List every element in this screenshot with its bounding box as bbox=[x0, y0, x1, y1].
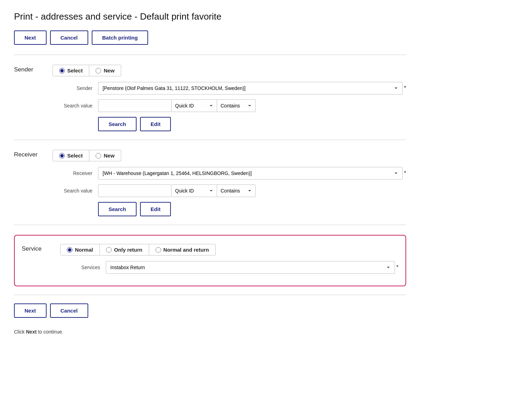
hint-prefix: Click bbox=[14, 329, 26, 335]
receiver-field-label: Receiver bbox=[53, 170, 98, 176]
sender-field-row: Sender [Penstore (Olof Palmes Gata 31, 1… bbox=[53, 82, 406, 94]
next-button-bottom[interactable]: Next bbox=[14, 303, 47, 318]
receiver-search-input[interactable] bbox=[98, 184, 172, 197]
sender-new-label: New bbox=[104, 68, 114, 74]
sender-field-label: Sender bbox=[53, 85, 98, 91]
batch-printing-button[interactable]: Batch printing bbox=[92, 30, 148, 45]
receiver-section: Receiver Select New Receiver [WH - Wareh… bbox=[14, 140, 406, 225]
receiver-radio-group: Select New bbox=[53, 150, 406, 161]
hint-next-word: Next bbox=[26, 329, 36, 335]
sender-select-dropdown[interactable]: [Penstore (Olof Palmes Gata 31, 11122, S… bbox=[98, 82, 403, 94]
service-normal-and-return-radio[interactable] bbox=[155, 247, 161, 253]
sender-search-input[interactable] bbox=[98, 99, 172, 112]
service-box: Service Normal Only return Normal and re… bbox=[14, 235, 406, 286]
sender-edit-button[interactable]: Edit bbox=[140, 117, 171, 131]
hint-text: Click Next to continue. bbox=[14, 323, 406, 335]
receiver-new-option[interactable]: New bbox=[89, 150, 121, 161]
receiver-select-option[interactable]: Select bbox=[53, 150, 89, 161]
sender-radio-group: Select New bbox=[53, 65, 406, 76]
receiver-contains-dropdown[interactable]: Contains bbox=[217, 184, 256, 197]
cancel-button-bottom[interactable]: Cancel bbox=[50, 303, 88, 318]
receiver-search-label: Search value bbox=[53, 188, 98, 194]
sender-search-row: Search value Quick ID Contains bbox=[53, 99, 406, 112]
sender-new-option[interactable]: New bbox=[89, 65, 121, 76]
sender-btn-row: Search Edit bbox=[98, 117, 406, 131]
receiver-search-button[interactable]: Search bbox=[98, 202, 137, 216]
sender-select-radio[interactable] bbox=[59, 68, 65, 74]
sender-search-button[interactable]: Search bbox=[98, 117, 137, 131]
receiver-edit-button[interactable]: Edit bbox=[140, 202, 171, 216]
next-button-top[interactable]: Next bbox=[14, 30, 47, 45]
cancel-button-top[interactable]: Cancel bbox=[50, 30, 88, 45]
sender-section: Sender Select New Sender [Penstore (Olof… bbox=[14, 55, 406, 140]
receiver-required-star: * bbox=[404, 170, 406, 176]
service-radio-group: Normal Only return Normal and return bbox=[60, 244, 398, 255]
service-normal-option[interactable]: Normal bbox=[60, 244, 100, 255]
service-field-row: Services Instabox Return * bbox=[60, 261, 398, 274]
receiver-new-radio[interactable] bbox=[96, 153, 101, 159]
service-content: Normal Only return Normal and return Ser… bbox=[60, 244, 398, 279]
service-section-label: Service bbox=[22, 244, 60, 252]
hint-suffix: to continue. bbox=[37, 329, 63, 335]
top-toolbar: Next Cancel Batch printing bbox=[14, 30, 406, 45]
receiver-field-row: Receiver [WH - Warehouse (Lagergatan 1, … bbox=[53, 167, 406, 180]
service-field-input-group: Instabox Return * bbox=[106, 261, 398, 274]
sender-select-label: Select bbox=[67, 68, 83, 74]
bottom-toolbar: Next Cancel bbox=[14, 295, 406, 323]
sender-section-label: Sender bbox=[14, 65, 53, 73]
service-section: Service Normal Only return Normal and re… bbox=[14, 225, 406, 295]
service-only-return-radio[interactable] bbox=[106, 247, 112, 253]
receiver-content: Select New Receiver [WH - Warehouse (Lag… bbox=[53, 150, 406, 216]
sender-contains-dropdown[interactable]: Contains bbox=[217, 99, 256, 112]
sender-select-option[interactable]: Select bbox=[53, 65, 89, 76]
receiver-btn-row: Search Edit bbox=[98, 202, 406, 216]
service-select-dropdown[interactable]: Instabox Return bbox=[106, 261, 395, 274]
receiver-search-row: Search value Quick ID Contains bbox=[53, 184, 406, 197]
sender-required-star: * bbox=[404, 85, 406, 91]
receiver-field-input-group: [WH - Warehouse (Lagergatan 1, 25464, HE… bbox=[98, 167, 406, 180]
sender-search-label: Search value bbox=[53, 103, 98, 108]
service-normal-and-return-label: Normal and return bbox=[164, 247, 209, 253]
receiver-section-label: Receiver bbox=[14, 150, 53, 158]
service-only-return-label: Only return bbox=[114, 247, 143, 253]
service-normal-and-return-option[interactable]: Normal and return bbox=[149, 244, 216, 255]
service-required-star: * bbox=[396, 264, 398, 271]
service-normal-radio[interactable] bbox=[67, 247, 72, 253]
receiver-select-dropdown[interactable]: [WH - Warehouse (Lagergatan 1, 25464, HE… bbox=[98, 167, 403, 180]
receiver-select-label: Select bbox=[67, 153, 83, 159]
service-normal-label: Normal bbox=[75, 247, 93, 253]
receiver-select-radio[interactable] bbox=[59, 153, 65, 159]
sender-new-radio[interactable] bbox=[96, 68, 101, 74]
page-title: Print - addresses and service - Default … bbox=[14, 11, 406, 22]
service-only-return-option[interactable]: Only return bbox=[100, 244, 149, 255]
receiver-new-label: New bbox=[104, 153, 114, 159]
service-field-label: Services bbox=[60, 265, 106, 270]
sender-quick-id-dropdown[interactable]: Quick ID bbox=[172, 99, 217, 112]
sender-field-input-group: [Penstore (Olof Palmes Gata 31, 11122, S… bbox=[98, 82, 406, 94]
sender-content: Select New Sender [Penstore (Olof Palmes… bbox=[53, 65, 406, 131]
receiver-quick-id-dropdown[interactable]: Quick ID bbox=[172, 184, 217, 197]
